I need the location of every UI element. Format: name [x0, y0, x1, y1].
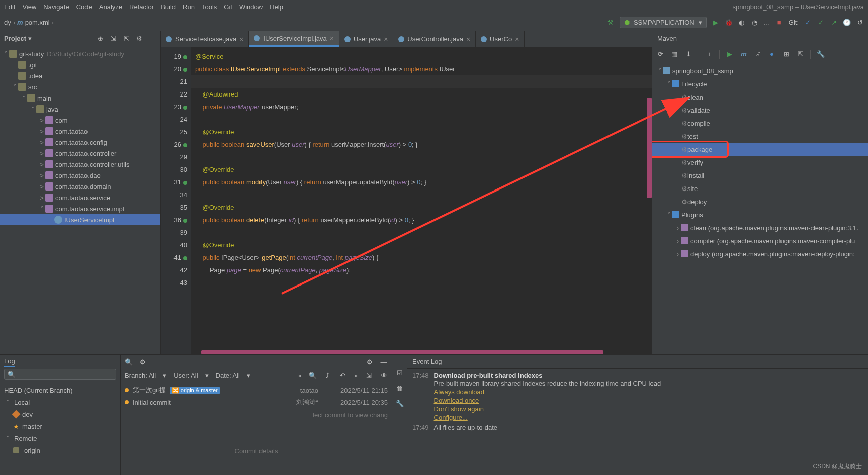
search-commits-icon[interactable]: 🔍: [309, 371, 317, 379]
tree-node-com-taotao-config[interactable]: >com.taotao.config: [0, 137, 160, 148]
collapse-icon[interactable]: ⇱: [796, 50, 804, 58]
code-editor[interactable]: 19202122232425262930313435363940414243 @…: [161, 47, 652, 354]
event-link[interactable]: Configure...: [434, 414, 661, 421]
maven-compile[interactable]: ⚙ compile: [652, 117, 868, 130]
log-tab[interactable]: Log: [4, 357, 15, 367]
maven-deploy[interactable]: ›deploy (org.apache.maven.plugins:maven-…: [652, 247, 868, 260]
tab-UserCo[interactable]: UserCo×: [476, 31, 525, 47]
branch-filter[interactable]: Branch: All: [125, 372, 156, 379]
horizontal-scrollbar[interactable]: [201, 350, 603, 354]
tree-node-com-taotao-domain[interactable]: >com.taotao.domain: [0, 181, 160, 192]
commit-row[interactable]: Initial commit刘鸿涛*2022/5/11 20:35: [125, 396, 388, 408]
branch-dev[interactable]: dev: [0, 408, 120, 420]
maven-Lifecycle[interactable]: ˅Lifecycle: [652, 77, 868, 90]
tree-node-com-taotao[interactable]: >com.taotao: [0, 126, 160, 137]
head-branch[interactable]: HEAD (Current Branch): [0, 384, 120, 396]
close-icon[interactable]: ×: [466, 35, 470, 43]
maven-test[interactable]: ⚙ test: [652, 130, 868, 143]
vertical-scrollbar[interactable]: [647, 98, 652, 198]
maven-package[interactable]: ⚙ package: [652, 143, 868, 156]
locate-icon[interactable]: ⊕: [96, 35, 104, 43]
menu-git[interactable]: Git: [224, 3, 232, 11]
hide-icon[interactable]: —: [148, 35, 156, 43]
branch-search-input[interactable]: [4, 369, 116, 380]
gear-icon[interactable]: ⚙: [139, 358, 147, 366]
trash-icon[interactable]: 🗑: [396, 384, 404, 392]
menu-build[interactable]: Build: [161, 3, 176, 11]
chevron-down-icon[interactable]: ▾: [28, 35, 32, 42]
menu-run[interactable]: Run: [183, 3, 195, 11]
menu-refactor[interactable]: Refactor: [129, 3, 154, 11]
menu-navigate[interactable]: Navigate: [43, 3, 69, 11]
collapse-all-icon[interactable]: ⇱: [122, 35, 130, 43]
branch-master[interactable]: ★master: [0, 420, 120, 432]
tree-node-com-taotao-controller[interactable]: >com.taotao.controller: [0, 148, 160, 159]
tree-node--git[interactable]: .git: [0, 59, 160, 70]
tree-node-git-study[interactable]: ˅git-studyD:\Study\GitCode\git-study: [0, 48, 160, 59]
gear-icon[interactable]: ⚙: [135, 35, 143, 43]
tree-node-com-taotao-controller-utils[interactable]: >com.taotao.controller.utils: [0, 159, 160, 170]
stop-icon[interactable]: ■: [775, 19, 784, 27]
project-view-label[interactable]: Project: [4, 35, 26, 42]
tree-node--idea[interactable]: .idea: [0, 70, 160, 81]
minimize-icon[interactable]: —: [380, 358, 388, 366]
git-rollback-icon[interactable]: ↺: [856, 19, 864, 27]
menu-analyze[interactable]: Analyze: [99, 3, 122, 11]
branch-origin[interactable]: origin: [0, 444, 120, 456]
maven-m-icon[interactable]: m: [740, 50, 748, 58]
event-log-content[interactable]: 17:48Download pre-built shared indexesPr…: [407, 369, 868, 475]
expand-icon[interactable]: ⇲: [365, 371, 373, 379]
run-config-selector[interactable]: ⬢ SSMPAPPLICATION ▾: [620, 17, 707, 28]
branch-group-Local[interactable]: ˅Local: [0, 396, 120, 408]
git-commit-icon[interactable]: ✓: [817, 19, 825, 27]
revert-icon[interactable]: ↶: [339, 371, 347, 379]
debug-icon[interactable]: 🐞: [725, 19, 733, 27]
run-maven-icon[interactable]: ▶: [726, 50, 734, 58]
maven-tree[interactable]: ˅springboot_08_ssmp˅Lifecycle⚙ clean⚙ va…: [652, 62, 868, 354]
project-tree[interactable]: ˅git-studyD:\Study\GitCode\git-study.git…: [0, 46, 160, 354]
git-update-icon[interactable]: ✓: [804, 19, 812, 27]
hammer-build-icon[interactable]: ⚒: [606, 19, 615, 27]
maven-compiler[interactable]: ›compiler (org.apache.maven.plugins:mave…: [652, 234, 868, 247]
git-push-icon[interactable]: ↗: [830, 19, 838, 27]
maven-validate[interactable]: ⚙ validate: [652, 104, 868, 117]
branch-tree[interactable]: HEAD (Current Branch)˅Localdev★master˅Re…: [0, 382, 120, 475]
add-icon[interactable]: +: [705, 50, 713, 58]
branch-group-Remote[interactable]: ˅Remote: [0, 432, 120, 444]
menu-window[interactable]: Window: [239, 3, 263, 11]
event-link[interactable]: Download once: [434, 397, 661, 404]
tree-node-main[interactable]: ˅main: [0, 92, 160, 104]
breadcrumb-item[interactable]: dy: [4, 19, 11, 26]
breadcrumb[interactable]: dy › m pom.xml ›: [4, 19, 54, 26]
expand-all-icon[interactable]: ⇲: [109, 35, 117, 43]
user-filter[interactable]: User: All: [173, 372, 198, 379]
profiler-icon[interactable]: ◔: [751, 19, 759, 27]
date-filter[interactable]: Date: All: [216, 372, 240, 379]
close-icon[interactable]: ×: [330, 34, 334, 42]
tree-node-com[interactable]: >com: [0, 115, 160, 126]
maven-clean[interactable]: ›clean (org.apache.maven.plugins:maven-c…: [652, 221, 868, 234]
close-icon[interactable]: ×: [384, 35, 388, 43]
menu-edit[interactable]: Edit: [4, 3, 15, 11]
maven-Plugins[interactable]: ˅Plugins: [652, 208, 868, 221]
maven-springboot_08_ssmp[interactable]: ˅springboot_08_ssmp: [652, 64, 868, 77]
reload-icon[interactable]: ⟳: [656, 50, 664, 58]
tree-node-java[interactable]: ˅java: [0, 104, 160, 115]
toggle-skip-tests-icon[interactable]: ⫽: [754, 50, 762, 58]
maven-clean[interactable]: ⚙ clean: [652, 90, 868, 104]
offline-icon[interactable]: ●: [768, 50, 776, 58]
menu-code[interactable]: Code: [76, 3, 92, 11]
menu-help[interactable]: Help: [270, 3, 283, 11]
eye-icon[interactable]: 👁: [380, 371, 388, 379]
settings-icon[interactable]: ⚙: [366, 358, 374, 366]
generate-sources-icon[interactable]: ▦: [670, 50, 678, 58]
tab-IUserServiceImpl.java[interactable]: IUserServiceImpl.java×: [249, 31, 339, 47]
tree-node-com-taotao-service[interactable]: >com.taotao.service: [0, 192, 160, 203]
tab-ServiceTestcase.java[interactable]: ServiceTestcase.java×: [161, 31, 249, 47]
maven-install[interactable]: ⚙ install: [652, 169, 868, 182]
event-link[interactable]: Don't show again: [434, 405, 661, 413]
show-deps-icon[interactable]: ⊞: [782, 50, 790, 58]
menu-tools[interactable]: Tools: [202, 3, 217, 11]
editor-gutter[interactable]: 19202122232425262930313435363940414243: [161, 47, 191, 354]
maven-deploy[interactable]: ⚙ deploy: [652, 195, 868, 208]
